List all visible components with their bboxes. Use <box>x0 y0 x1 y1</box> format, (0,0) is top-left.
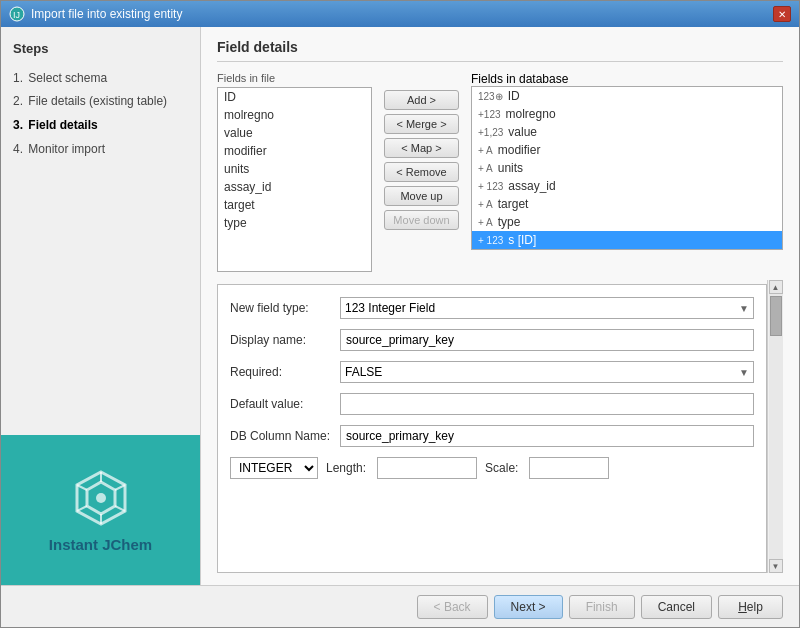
scroll-up-arrow[interactable]: ▲ <box>769 280 783 294</box>
svg-text:IJ: IJ <box>13 10 20 20</box>
footer: < Back Next > Finish Cancel Help <box>1 585 799 627</box>
type-length-scale-row: INTEGER VARCHAR FLOAT Length: Scale: <box>230 457 754 479</box>
display-name-input[interactable] <box>340 329 754 351</box>
scroll-thumb[interactable] <box>770 296 782 336</box>
next-button[interactable]: Next > <box>494 595 563 619</box>
window-title: Import file into existing entity <box>31 7 182 21</box>
steps-panel: Steps 1. Select schema 2. File details (… <box>1 27 200 435</box>
step-1: 1. Select schema <box>13 66 188 90</box>
required-dropdown-arrow-icon: ▼ <box>739 367 749 378</box>
db-list-item[interactable]: +1,23 value <box>472 123 782 141</box>
mapping-buttons: Add > < Merge > < Map > < Remove Move up… <box>380 72 463 230</box>
length-input[interactable] <box>377 457 477 479</box>
db-column-row: DB Column Name: <box>230 425 754 447</box>
fields-section: Fields in file ID molregno value modifie… <box>217 72 783 272</box>
main-content: Steps 1. Select schema 2. File details (… <box>1 27 799 585</box>
right-panel: Field details Fields in file ID molregno… <box>201 27 799 585</box>
new-field-type-select[interactable]: 123 Integer Field ▼ <box>340 297 754 319</box>
move-down-button[interactable]: Move down <box>384 210 459 230</box>
sidebar: Steps 1. Select schema 2. File details (… <box>1 27 201 585</box>
titlebar-left: IJ Import file into existing entity <box>9 6 182 22</box>
db-list-item[interactable]: + A target <box>472 195 782 213</box>
list-item[interactable]: assay_id <box>218 178 371 196</box>
scroll-down-arrow[interactable]: ▼ <box>769 559 783 573</box>
help-button[interactable]: Help <box>718 595 783 619</box>
db-list-item[interactable]: 123⊕ ID <box>472 87 782 105</box>
scrollbar[interactable]: ▲ ▼ <box>767 280 783 573</box>
display-name-row: Display name: <box>230 329 754 351</box>
list-item[interactable]: type <box>218 214 371 232</box>
db-list-item[interactable]: + 123 assay_id <box>472 177 782 195</box>
step-3: 3. Field details <box>13 113 188 137</box>
list-item[interactable]: units <box>218 160 371 178</box>
db-fields-box: Fields in database 123⊕ ID +123 molregno… <box>471 72 783 250</box>
scale-label: Scale: <box>485 461 518 475</box>
default-value-row: Default value: <box>230 393 754 415</box>
merge-button[interactable]: < Merge > <box>384 114 459 134</box>
db-fields-label: Fields in database <box>471 72 783 86</box>
required-value: FALSE <box>345 365 382 379</box>
db-list-item-selected[interactable]: + 123 s [ID] <box>472 231 782 249</box>
steps-list: 1. Select schema 2. File details (existi… <box>13 66 188 161</box>
scroll-track[interactable] <box>769 294 783 559</box>
step-4: 4. Monitor import <box>13 137 188 161</box>
db-list-item[interactable]: + A units <box>472 159 782 177</box>
type-select-container[interactable]: INTEGER VARCHAR FLOAT <box>230 457 318 479</box>
brand-area: Instant JChem <box>1 435 200 585</box>
db-list-item[interactable]: +123 molregno <box>472 105 782 123</box>
close-button[interactable]: ✕ <box>773 6 791 22</box>
field-type-value: 123 Integer Field <box>345 301 435 315</box>
file-fields-list[interactable]: ID molregno value modifier units assay_i… <box>217 87 372 272</box>
main-window: IJ Import file into existing entity ✕ St… <box>0 0 800 628</box>
display-name-label: Display name: <box>230 333 340 347</box>
db-fields-list[interactable]: 123⊕ ID +123 molregno +1,23 value + A <box>471 86 783 250</box>
default-value-input[interactable] <box>340 393 754 415</box>
required-select[interactable]: FALSE ▼ <box>340 361 754 383</box>
db-column-input[interactable] <box>340 425 754 447</box>
db-list-item[interactable]: + A modifier <box>472 141 782 159</box>
new-field-type-row: New field type: 123 Integer Field ▼ <box>230 297 754 319</box>
finish-button[interactable]: Finish <box>569 595 635 619</box>
panel-title: Field details <box>217 39 783 62</box>
titlebar: IJ Import file into existing entity ✕ <box>1 1 799 27</box>
map-button[interactable]: < Map > <box>384 138 459 158</box>
length-label: Length: <box>326 461 366 475</box>
brand-icon <box>71 468 131 528</box>
file-fields-label: Fields in file <box>217 72 372 84</box>
list-item[interactable]: target <box>218 196 371 214</box>
db-list-item[interactable]: + A type <box>472 213 782 231</box>
file-fields-box: Fields in file ID molregno value modifie… <box>217 72 372 272</box>
app-icon: IJ <box>9 6 25 22</box>
step-2: 2. File details (existing table) <box>13 90 188 113</box>
back-button[interactable]: < Back <box>417 595 488 619</box>
required-label: Required: <box>230 365 340 379</box>
scale-input[interactable] <box>529 457 609 479</box>
list-item[interactable]: modifier <box>218 142 371 160</box>
list-item[interactable]: ID <box>218 88 371 106</box>
dropdown-arrow-icon: ▼ <box>739 303 749 314</box>
add-button[interactable]: Add > <box>384 90 459 110</box>
remove-button[interactable]: < Remove <box>384 162 459 182</box>
new-field-type-label: New field type: <box>230 301 340 315</box>
default-value-label: Default value: <box>230 397 340 411</box>
type-select[interactable]: INTEGER VARCHAR FLOAT <box>231 458 317 478</box>
required-row: Required: FALSE ▼ <box>230 361 754 383</box>
field-detail-form: New field type: 123 Integer Field ▼ Disp… <box>217 284 767 573</box>
list-item[interactable]: molregno <box>218 106 371 124</box>
steps-title: Steps <box>13 41 188 56</box>
db-column-label: DB Column Name: <box>230 429 340 443</box>
list-item[interactable]: value <box>218 124 371 142</box>
cancel-button[interactable]: Cancel <box>641 595 712 619</box>
svg-point-4 <box>96 493 106 503</box>
brand-text: Instant JChem <box>49 536 152 553</box>
move-up-button[interactable]: Move up <box>384 186 459 206</box>
form-area: New field type: 123 Integer Field ▼ Disp… <box>217 280 783 573</box>
